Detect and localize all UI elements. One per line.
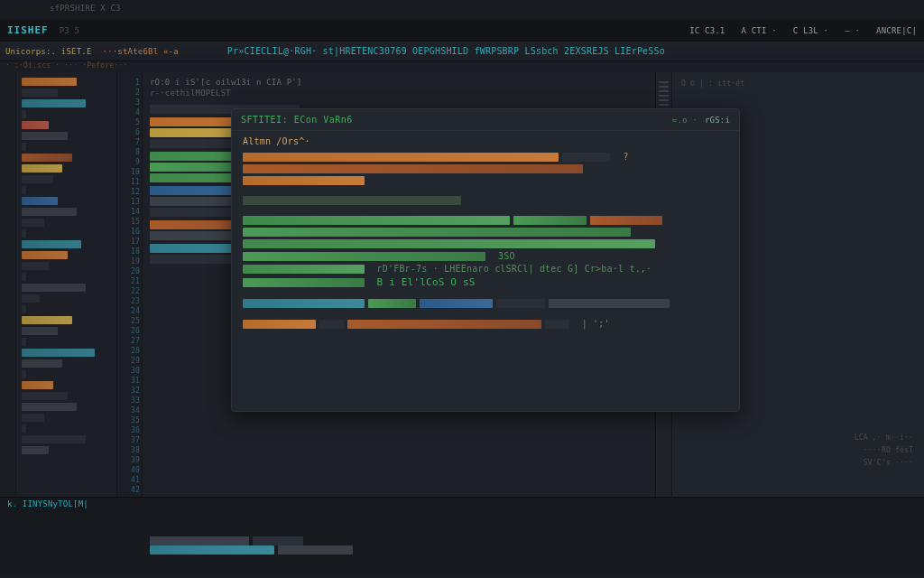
sidebar-item[interactable] <box>22 110 26 118</box>
sidebar-item[interactable] <box>22 327 58 335</box>
line-number: 1 <box>119 78 140 88</box>
line-number: 8 <box>119 147 140 157</box>
line-number: 34 <box>119 406 140 415</box>
line-number: 12 <box>119 187 140 197</box>
line-number: 2 <box>119 88 140 98</box>
popup-close-button[interactable]: rGS:i <box>705 116 730 125</box>
workspace: 1234567891011121314151617181920212223242… <box>0 72 924 497</box>
code-line <box>150 545 648 555</box>
popup-token <box>243 320 316 329</box>
line-number: 14 <box>119 207 140 217</box>
sidebar-item[interactable] <box>22 154 72 162</box>
line-number: 7 <box>119 137 140 147</box>
code-token <box>253 536 302 545</box>
path-tab-bar: Unicorps:. iSET.E ···stAte6Bl «-a Pr»CIE… <box>0 42 924 61</box>
popup-line: ? <box>243 152 728 162</box>
popup-token <box>243 176 365 185</box>
open-tabs-strip[interactable]: Pr»CIECLIL@·RGH· st|HRETENC30769 OEPGHSH… <box>227 46 665 56</box>
right-bottom-hints: LCA ,· m··i·· ····RO fésT SV'C's ···· <box>855 432 913 470</box>
sidebar-item[interactable] <box>22 381 53 389</box>
code-header-1: rO:0 i iS'[c oilw13i n CIA P'] <box>150 78 648 87</box>
breadcrumb-primary[interactable]: Unicorps:. iSET.E <box>5 47 92 56</box>
popup-line: rD'FBr-7s · LHEEnaro clSRCl| dtec G] Cr>… <box>243 264 728 274</box>
brand-status-bar: IISHEF P3 5 IC C3.1 A CTI · C L3L · — · … <box>0 20 924 42</box>
popup-meta: ≈.o · <box>672 116 698 125</box>
breadcrumb-secondary[interactable]: ···stAte6Bl «-a <box>103 47 179 56</box>
sidebar-item[interactable] <box>22 338 26 346</box>
popup-token-text: B i El'lCoS O sS <box>368 276 476 288</box>
sidebar-item[interactable] <box>22 219 44 227</box>
code-line <box>150 536 648 545</box>
sidebar-item[interactable] <box>22 359 62 368</box>
popup-line <box>243 176 728 185</box>
sidebar-item[interactable] <box>22 262 49 270</box>
popup-token <box>243 252 485 261</box>
popup-line: | ';' <box>243 319 728 329</box>
line-number: 21 <box>119 276 140 286</box>
line-number: 40 <box>119 465 140 475</box>
line-number: 4 <box>119 107 140 117</box>
code-token <box>278 545 353 555</box>
popup-titlebar[interactable]: SFTITEI: ECon VaRn6 ≈.o · rGS:i <box>232 109 739 131</box>
popup-token <box>347 320 541 329</box>
status-item: — · <box>845 26 860 35</box>
popup-body[interactable]: ?3SOrD'FBr-7s · LHEEnaro clSRCl| dtec G]… <box>232 148 739 411</box>
sidebar-item[interactable] <box>22 370 26 378</box>
popup-line <box>243 228 728 237</box>
popup-line <box>243 239 728 248</box>
sidebar-item[interactable] <box>22 294 40 303</box>
sidebar-item[interactable] <box>22 435 86 443</box>
sidebar-item[interactable] <box>22 132 68 140</box>
sidebar-item[interactable] <box>22 305 26 313</box>
editor-area: 1234567891011121314151617181920212223242… <box>117 72 671 497</box>
line-number: 25 <box>119 316 140 326</box>
right-rail-hint: O © | : itt·dt <box>672 72 924 95</box>
window-top-strip: sfPRSHIRE X C3 <box>0 0 924 20</box>
sidebar-item[interactable] <box>22 349 95 357</box>
sidebar-item[interactable] <box>22 121 49 129</box>
sidebar-item[interactable] <box>22 273 26 281</box>
popup-token <box>243 299 365 308</box>
sidebar-item[interactable] <box>22 99 86 107</box>
line-number: 19 <box>119 256 140 266</box>
line-number: 41 <box>119 475 140 485</box>
line-number: 38 <box>119 445 140 455</box>
line-number-gutter: 1234567891011121314151617181920212223242… <box>117 72 143 497</box>
line-number: 24 <box>119 306 140 316</box>
popup-line: B i El'lCoS O sS <box>243 276 728 288</box>
sidebar-item[interactable] <box>22 446 49 454</box>
sidebar-item[interactable] <box>22 197 58 205</box>
sidebar-item[interactable] <box>22 414 44 422</box>
file-outline-sidebar[interactable] <box>16 72 117 497</box>
sidebar-item[interactable] <box>22 186 26 194</box>
sidebar-item[interactable] <box>22 284 86 292</box>
sidebar-item[interactable] <box>22 392 68 400</box>
sidebar-item[interactable] <box>22 208 77 216</box>
line-number: 27 <box>119 336 140 346</box>
popup-token-text: ? <box>614 152 628 162</box>
path-ghost-line: · :·Oi.scs · ··· ·Pefore··· <box>0 61 924 72</box>
sidebar-item[interactable] <box>22 424 26 433</box>
sidebar-item[interactable] <box>22 229 26 238</box>
sidebar-item[interactable] <box>22 175 53 183</box>
status-item: C L3L · <box>793 26 828 35</box>
sidebar-item[interactable] <box>22 251 68 259</box>
popup-line: 3SO <box>243 251 728 261</box>
popup-token <box>545 320 569 329</box>
sidebar-item[interactable] <box>22 143 26 151</box>
terminal-tab[interactable]: k. IINYSNyTOL[M| <box>0 497 924 513</box>
sidebar-item[interactable] <box>22 89 58 97</box>
line-number: 17 <box>119 237 140 247</box>
sidebar-item[interactable] <box>22 164 62 172</box>
sidebar-item[interactable] <box>22 403 77 411</box>
line-number: 20 <box>119 266 140 276</box>
line-number: 42 <box>119 485 140 495</box>
popup-token <box>496 299 545 308</box>
line-number: 32 <box>119 386 140 396</box>
status-item: A CTI · <box>742 26 777 35</box>
sidebar-item[interactable] <box>22 78 77 86</box>
line-number: 16 <box>119 227 140 237</box>
code-header-2: r-·cethilMOPELST <box>150 89 648 98</box>
sidebar-item[interactable] <box>22 316 72 324</box>
sidebar-item[interactable] <box>22 240 81 248</box>
